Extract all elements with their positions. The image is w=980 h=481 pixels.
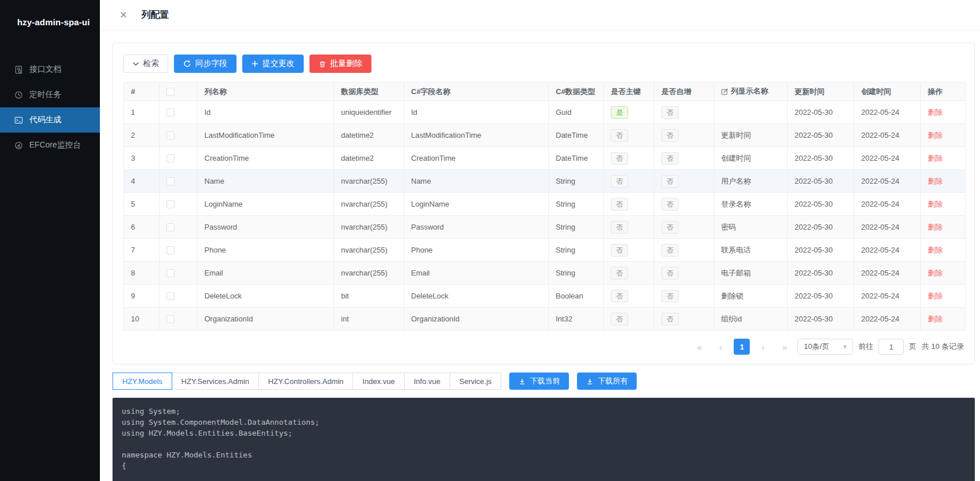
cell-index: 4 — [124, 170, 160, 193]
cell-cs-field-name: Phone — [404, 239, 549, 262]
cell-display-name[interactable]: 密码 — [714, 216, 788, 239]
download-current-button[interactable]: 下载当前 — [509, 373, 569, 390]
row-checkbox[interactable] — [166, 315, 175, 323]
tab-info-vue[interactable]: Info.vue — [404, 373, 450, 390]
table-row: 7Phonenvarchar(255)PhoneString否否联系电话2022… — [124, 239, 966, 262]
row-checkbox[interactable] — [166, 292, 175, 300]
delete-row-link[interactable]: 删除 — [928, 223, 943, 231]
cell-is-pk: 否 — [604, 239, 654, 262]
delete-row-link[interactable]: 删除 — [928, 200, 943, 208]
goto-page-input[interactable] — [878, 339, 904, 355]
download-all-button[interactable]: 下载所有 — [577, 373, 637, 390]
plus-icon — [251, 60, 258, 67]
tab-service-js[interactable]: Service.js — [450, 373, 501, 390]
cell-cs-field-name: Name — [404, 170, 549, 193]
cell-select — [160, 262, 197, 285]
tab-index-vue[interactable]: Index.vue — [353, 373, 404, 390]
cell-db-type: bit — [334, 285, 404, 308]
cell-created: 2022-05-24 — [854, 308, 921, 331]
cell-display-name[interactable]: 联系电话 — [714, 239, 788, 262]
pagination-last-button[interactable]: » — [776, 339, 792, 355]
row-checkbox[interactable] — [166, 131, 175, 139]
cell-index: 10 — [124, 308, 160, 331]
cell-created: 2022-05-24 — [854, 193, 921, 216]
search-toggle-button[interactable]: 检索 — [123, 55, 168, 73]
cell-display-name[interactable]: 登录名称 — [714, 193, 788, 216]
delete-row-link[interactable]: 删除 — [928, 269, 943, 277]
cell-display-name[interactable]: 创建时间 — [714, 147, 788, 170]
sync-fields-button[interactable]: 同步字段 — [174, 55, 237, 73]
cell-updated: 2022-05-30 — [788, 262, 854, 285]
api-doc-icon — [14, 65, 23, 74]
col-header-is-pk: 是否主键 — [604, 83, 654, 101]
delete-row-link[interactable]: 删除 — [928, 154, 943, 162]
cell-actions: 删除 — [921, 101, 966, 124]
page-size-select[interactable]: 10条/页 ▼ — [797, 339, 853, 355]
cell-is-incr: 否 — [654, 216, 714, 239]
cell-display-name[interactable]: 电子邮箱 — [714, 262, 788, 285]
cell-display-name[interactable]: 更新时间 — [714, 124, 788, 147]
cell-column-name: DeleteLock — [197, 285, 334, 308]
cell-updated: 2022-05-30 — [788, 285, 854, 308]
close-icon[interactable]: ✕ — [119, 10, 127, 20]
row-checkbox[interactable] — [166, 200, 175, 208]
goto-label: 前往 — [858, 342, 873, 352]
is-primary-key-tag: 否 — [611, 313, 628, 325]
download-icon — [586, 378, 594, 385]
tab-hzy-services-admin[interactable]: HZY.Services.Admin — [172, 373, 259, 390]
row-checkbox[interactable] — [166, 223, 175, 231]
cell-column-name: LoginName — [197, 193, 334, 216]
cell-actions: 删除 — [921, 124, 966, 147]
is-auto-increment-tag: 否 — [661, 267, 679, 280]
cell-column-name: LastModificationTime — [197, 124, 334, 147]
cell-column-name: OrganizationId — [197, 308, 334, 331]
cell-select — [160, 216, 197, 239]
row-checkbox[interactable] — [166, 108, 175, 117]
cell-display-name[interactable]: 删除锁 — [714, 285, 788, 308]
cell-display-name[interactable]: 组织id — [714, 308, 788, 331]
cell-column-name: Password — [197, 216, 334, 239]
row-checkbox[interactable] — [166, 154, 175, 162]
cell-cs-field-name: CreationTime — [404, 147, 549, 170]
table-header-row: # 列名称 数据库类型 C#字段名称 C#数据类型 是否主键 是否自增 — [124, 83, 966, 101]
cell-cs-data-type: DateTime — [549, 124, 604, 147]
submit-changes-button[interactable]: 提交更改 — [242, 55, 304, 73]
row-checkbox[interactable] — [166, 269, 175, 277]
page-unit-label: 页 — [909, 342, 916, 352]
delete-row-link[interactable]: 删除 — [928, 315, 943, 323]
cell-select — [160, 193, 197, 216]
delete-row-link[interactable]: 删除 — [928, 108, 943, 117]
sidebar-item-api-doc[interactable]: 接口文档 — [0, 57, 100, 82]
sidebar-item-dashboard[interactable]: EFCore监控台 — [0, 133, 100, 158]
pagination-prev-button[interactable]: ‹ — [712, 339, 729, 355]
delete-row-link[interactable]: 删除 — [928, 177, 943, 185]
pagination-next-button[interactable]: › — [755, 339, 771, 355]
delete-row-link[interactable]: 删除 — [928, 131, 943, 139]
tab-hzy-models[interactable]: HZY.Models — [113, 373, 172, 390]
code-tabs: HZY.ModelsHZY.Services.AdminHZY.Controll… — [113, 373, 501, 390]
pagination-first-button[interactable]: « — [691, 339, 707, 355]
delete-row-link[interactable]: 删除 — [928, 246, 943, 254]
batch-delete-button[interactable]: 批量删除 — [309, 55, 371, 73]
delete-row-link[interactable]: 删除 — [928, 292, 943, 300]
pagination-page-1[interactable]: 1 — [734, 339, 750, 355]
cell-actions: 删除 — [921, 262, 966, 285]
total-records-label: 共 10 条记录 — [921, 342, 964, 352]
cell-db-type: nvarchar(255) — [334, 193, 404, 216]
select-all-checkbox[interactable] — [166, 88, 175, 96]
cell-updated: 2022-05-30 — [788, 124, 854, 147]
row-checkbox[interactable] — [166, 246, 175, 254]
cell-is-incr: 否 — [654, 124, 714, 147]
sidebar-item-clock[interactable]: 定时任务 — [0, 82, 100, 107]
cell-actions: 删除 — [921, 193, 966, 216]
sidebar-item-terminal[interactable]: 代码生成 — [0, 107, 100, 133]
cell-column-name: CreationTime — [197, 147, 334, 170]
cell-cs-data-type: String — [549, 239, 604, 262]
tab-hzy-controllers-admin[interactable]: HZY.Controllers.Admin — [258, 373, 353, 390]
row-checkbox[interactable] — [166, 177, 175, 185]
cell-display-name[interactable] — [714, 101, 788, 124]
cell-cs-data-type: Int32 — [549, 308, 604, 331]
cell-select — [160, 147, 197, 170]
is-auto-increment-tag: 否 — [661, 290, 679, 302]
cell-display-name[interactable]: 用户名称 — [714, 170, 788, 193]
